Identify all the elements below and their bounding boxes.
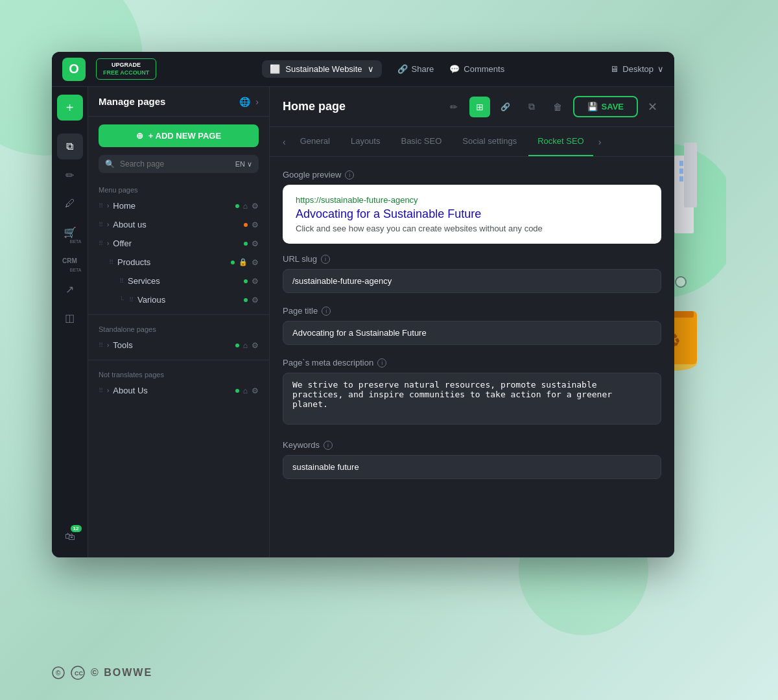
pages-icon-btn[interactable]: ⧉ [57,134,83,159]
svg-text:©: © [56,670,61,677]
bag-icon: 🛍 [65,531,75,542]
pages-header-icons: 🌐 › [239,97,259,107]
desktop-selector[interactable]: 🖥 Desktop ∨ [610,64,664,74]
url-slug-input[interactable] [283,269,661,293]
globe-icon[interactable]: 🌐 [239,97,250,107]
tab-rocket-seo[interactable]: Rocket SEO [528,127,593,156]
pencil-btn[interactable]: ✏ [443,97,464,117]
gear-icon-about[interactable]: ⚙ [252,220,259,229]
bag-icon-btn[interactable]: 🛍 12 [57,524,83,550]
tab-arrow-right[interactable]: › [596,129,604,155]
chevron-about: › [107,221,109,228]
cc-icon: © [52,666,65,679]
comments-button[interactable]: 💬 Comments [449,64,504,74]
settings-toolbar: ✏ ⊞ 🔗 ⧉ 🗑 💾 SAV [443,96,661,117]
page-item-about[interactable]: ⠿ › About us ⚙ [88,215,269,234]
status-dot-about-us [235,389,239,393]
website-selector[interactable]: ⬜ Sustainable Website ∨ [262,60,381,78]
crm-icon: CRM [62,257,77,264]
google-preview-title: Advocating for a Sustainable Future [296,207,648,221]
status-dot-various [244,298,248,302]
tab-social[interactable]: Social settings [453,127,526,156]
drag-handle-products: ⠿ [109,259,113,266]
page-item-home[interactable]: ⠿ › Home ⌂ ⚙ [88,196,269,215]
cart-icon-btn[interactable]: 🛒 BETA [57,219,83,245]
chart-icon: ↗ [65,283,74,296]
keywords-input[interactable] [283,455,661,479]
trash-btn[interactable]: 🗑 [547,97,568,117]
pages-panel: Manage pages 🌐 › ⊕ + ADD NEW PAGE 🔍 EN ∨… [88,87,270,557]
share-button[interactable]: 🔗 Share [397,64,434,74]
trash-icon: 🗑 [553,102,562,112]
copy-btn[interactable]: ⧉ [521,97,542,117]
link-icon: 🔗 [397,64,408,74]
lang-selector[interactable]: EN ∨ [235,160,252,169]
page-item-tools[interactable]: ⠿ › Tools ⌂ ⚙ [88,336,269,355]
tab-layouts[interactable]: Layouts [342,127,390,156]
add-page-button[interactable]: ⊕ + ADD NEW PAGE [99,124,259,147]
search-icon: 🔍 [105,159,115,169]
page-item-products[interactable]: ⠿ Products 🔒 ⚙ [88,253,269,272]
page-title-input[interactable] [283,321,661,345]
edit-icon-btn[interactable]: ✏ [57,162,83,188]
menu-pages-label: Menu pages [88,181,269,196]
upgrade-button[interactable]: UPGRADE FREE ACCOUNT [96,58,156,80]
chevron-right-icon[interactable]: › [255,97,259,107]
bowwe-text: © BOWWE [91,667,152,679]
page-name-offer: Offer [113,239,240,248]
tab-arrow-left[interactable]: ‹ [280,129,289,155]
gear-icon-about-us[interactable]: ⚙ [252,386,259,395]
pencil-icon: ✏ [450,102,458,112]
status-dot-tools [235,344,239,347]
cart-icon: 🛒 [64,226,77,239]
gear-icon-home[interactable]: ⚙ [252,202,259,211]
tab-general[interactable]: General [291,127,339,156]
gear-icon-various[interactable]: ⚙ [252,296,259,305]
comments-icon: 💬 [449,64,460,74]
tab-basic-seo[interactable]: Basic SEO [392,127,451,156]
settings-header: Home page ✏ ⊞ 🔗 ⧉ 🗑 [270,87,674,127]
info-icon-keywords: i [324,441,333,450]
link-btn[interactable]: 🔗 [495,97,516,117]
gear-icon-offer[interactable]: ⚙ [252,239,259,248]
brush-icon-btn[interactable]: 🖊 [57,191,83,216]
crm-icon-btn[interactable]: CRM BETA [57,248,83,274]
layers-icon: ◫ [65,312,75,324]
page-item-various[interactable]: └ ⠿ Various ⚙ [88,290,269,309]
drag-handle-tools: ⠿ [99,342,103,349]
monitor-icon: 🖥 [610,64,619,74]
page-name-tools: Tools [113,340,231,350]
meta-desc-input[interactable]: We strive to preserve natural resources,… [283,373,661,425]
gear-icon-products[interactable]: ⚙ [252,258,259,267]
chart-icon-btn[interactable]: ↗ [57,276,83,302]
chevron-down-lang: ∨ [247,160,252,169]
keywords-label: Keywords i [283,440,661,450]
home-icon-home: ⌂ [243,202,248,211]
save-button[interactable]: 💾 SAVE [573,96,638,117]
page-item-about-us-nt[interactable]: ⠿ › About Us ⌂ ⚙ [88,381,269,400]
svg-text:CC: CC [75,670,83,677]
layout-btn[interactable]: ⊞ [469,97,490,117]
topbar-right: 🖥 Desktop ∨ [610,64,664,74]
add-button[interactable]: + [57,95,83,121]
chevron-tools: › [107,342,109,349]
page-name-services: Services [128,276,240,286]
gear-icon-services[interactable]: ⚙ [252,277,259,286]
page-item-offer[interactable]: ⠿ › Offer ⚙ [88,234,269,253]
gear-icon-tools[interactable]: ⚙ [252,341,259,350]
page-name-about: About us [113,220,240,229]
status-dot-about [244,223,248,227]
page-item-services[interactable]: ⠿ Services ⚙ [88,272,269,290]
close-button[interactable]: ✕ [643,98,661,116]
plus-icon: + [66,100,74,115]
drag-handle-various: ⠿ [129,296,134,303]
pages-icon: ⧉ [66,141,73,152]
topbar: O UPGRADE FREE ACCOUNT ⬜ Sustainable Web… [52,52,674,87]
layers-icon-btn[interactable]: ◫ [57,305,83,331]
chevron-down-icon: ∨ [368,64,374,74]
status-dot-products [231,261,235,264]
divider-2 [88,360,269,360]
app-logo[interactable]: O [62,58,86,81]
search-input[interactable] [120,159,230,169]
bowwe-footer: © CC © BOWWE [52,665,152,681]
